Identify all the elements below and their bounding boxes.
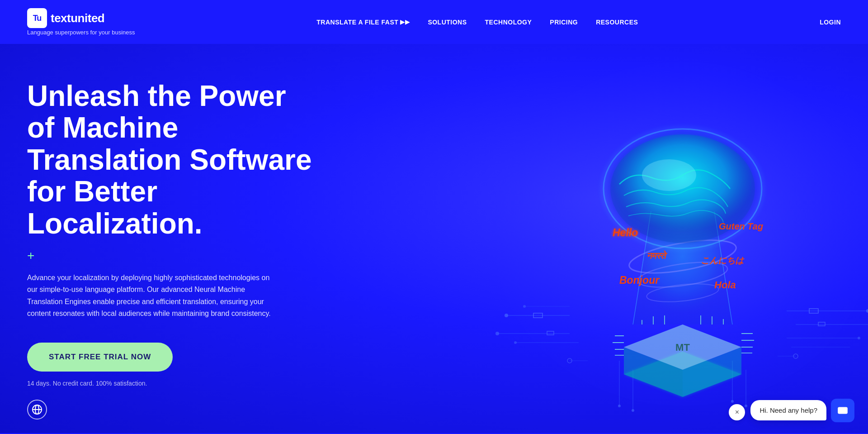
svg-text:Hola: Hola [714,279,736,291]
nav-pricing[interactable]: PRICING [550,19,578,26]
svg-point-7 [514,341,517,344]
cta-subtext: 14 days. No credit card. 100% satisfacti… [27,380,321,387]
svg-text:こんにちは: こんにちは [701,256,745,265]
svg-point-6 [495,332,499,335]
hero-content: Unleash the Power of Machine Translation… [27,71,321,387]
hero-visual: MT [479,53,868,424]
nav-links: TRANSLATE A FILE FAST ▶▶ SOLUTIONS TECHN… [316,19,638,26]
nav-solutions[interactable]: SOLUTIONS [428,19,467,26]
svg-point-15 [866,309,868,313]
svg-point-8 [523,305,526,308]
svg-text:नमस्ते: नमस्ते [646,250,668,261]
hero-section: Unleash the Power of Machine Translation… [0,44,868,433]
nav-resources[interactable]: RESOURCES [596,19,638,26]
svg-point-26 [731,400,734,403]
logo-name: textunited [51,11,104,25]
svg-rect-69 [838,407,848,414]
svg-point-58 [642,159,696,191]
nav-translate[interactable]: TRANSLATE A FILE FAST ▶▶ [316,19,410,26]
logo-area[interactable]: Tu textunited Language superpowers for y… [27,8,135,36]
logo-tagline: Language superpowers for your business [27,29,135,36]
svg-text:Hello: Hello [613,227,638,238]
chat-open-button[interactable] [831,399,854,422]
globe-icon[interactable] [27,400,47,420]
hero-title: Unleash the Power of Machine Translation… [27,80,321,239]
hero-plus-symbol: + [27,248,321,263]
logo-icon: Tu [27,8,47,28]
svg-text:Bonjour: Bonjour [619,274,660,286]
svg-point-27 [745,405,747,407]
login-link[interactable]: LOGIN [820,19,841,26]
chat-message: Hi. Need any help? [750,400,826,420]
svg-point-25 [632,409,634,412]
navbar: Tu textunited Language superpowers for y… [0,0,868,44]
svg-point-5 [505,314,508,317]
nav-technology[interactable]: TECHNOLOGY [485,19,532,26]
translate-arrows-icon: ▶▶ [400,19,410,25]
svg-text:MT: MT [675,342,690,353]
chat-widget: × Hi. Need any help? [750,399,854,420]
svg-point-24 [618,405,621,407]
hero-description: Advance your localization by deploying h… [27,272,271,320]
cta-button[interactable]: START FREE TRIAL NOW [27,343,173,372]
svg-text:Guten Tag: Guten Tag [719,221,763,231]
svg-point-17 [858,337,860,339]
brain-illustration: MT [479,53,868,424]
